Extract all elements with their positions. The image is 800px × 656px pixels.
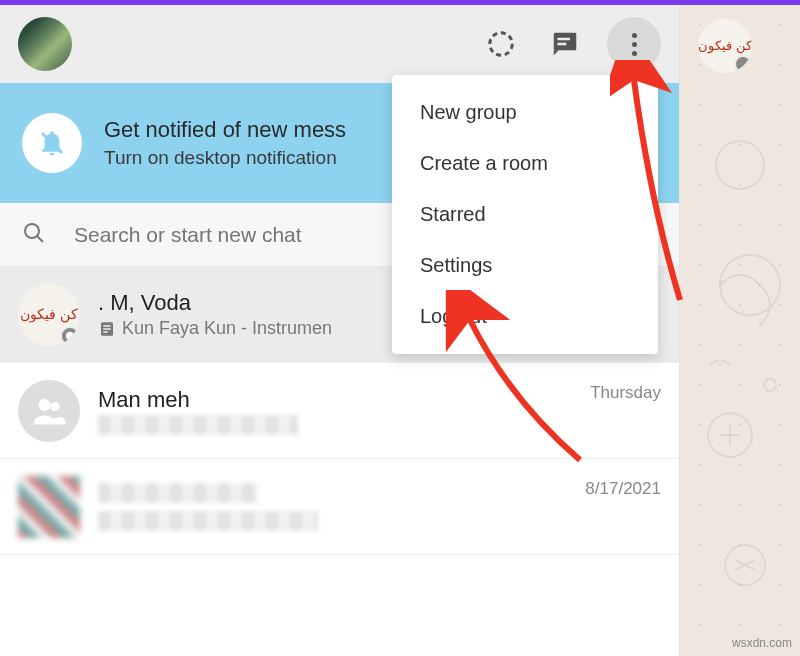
chat-timestamp: 8/17/2021 <box>585 479 661 499</box>
svg-point-18 <box>764 379 776 391</box>
more-menu-button[interactable] <box>607 17 661 71</box>
blurred-message <box>98 511 318 531</box>
chat-avatar: كن فيكون <box>18 284 80 346</box>
svg-rect-10 <box>103 328 111 330</box>
svg-rect-9 <box>103 325 111 327</box>
watermark: wsxdn.com <box>732 636 792 650</box>
blurred-message <box>98 415 298 435</box>
notification-title: Get notified of new mess <box>104 117 346 143</box>
svg-point-5 <box>25 224 39 238</box>
svg-point-7 <box>66 331 74 339</box>
chat-background-panel: كن فيكون <box>680 5 800 656</box>
bell-icon <box>22 113 82 173</box>
chat-name: Man meh <box>98 387 590 413</box>
menu-item-settings[interactable]: Settings <box>392 240 658 291</box>
svg-point-12 <box>39 399 51 411</box>
menu-item-new-group[interactable]: New group <box>392 87 658 138</box>
chat-row[interactable]: Man meh Thursday <box>0 363 679 459</box>
svg-rect-1 <box>554 33 577 51</box>
my-avatar[interactable] <box>18 17 72 71</box>
document-icon <box>98 320 116 338</box>
chat-list-header <box>0 5 679 83</box>
chat-row[interactable]: 8/17/2021 <box>0 459 679 555</box>
svg-point-0 <box>490 33 513 56</box>
group-icon <box>31 393 67 429</box>
left-panel: Get notified of new mess Turn on desktop… <box>0 5 680 656</box>
chat-timestamp: Thursday <box>590 383 661 403</box>
chat-avatar-group <box>18 380 80 442</box>
status-icon[interactable] <box>483 26 519 62</box>
notification-subtitle: Turn on desktop notification <box>104 147 346 169</box>
menu-item-logout[interactable]: Log out <box>392 291 658 342</box>
blurred-name <box>98 483 258 503</box>
background-doodles <box>680 5 800 655</box>
menu-item-create-room[interactable]: Create a room <box>392 138 658 189</box>
active-chat-avatar[interactable]: كن فيكون <box>698 19 752 73</box>
avatar-badge-icon <box>60 326 80 346</box>
dropdown-menu: New group Create a room Starred Settings… <box>392 75 658 354</box>
new-chat-icon[interactable] <box>547 26 583 62</box>
blurred-avatar <box>18 476 80 538</box>
svg-rect-2 <box>558 38 571 41</box>
more-vertical-icon <box>632 33 637 56</box>
svg-point-14 <box>716 141 764 189</box>
search-icon <box>22 221 46 249</box>
menu-item-starred[interactable]: Starred <box>392 189 658 240</box>
svg-line-6 <box>37 236 43 242</box>
svg-point-13 <box>51 402 60 411</box>
svg-rect-11 <box>103 331 108 333</box>
svg-rect-3 <box>558 43 567 46</box>
